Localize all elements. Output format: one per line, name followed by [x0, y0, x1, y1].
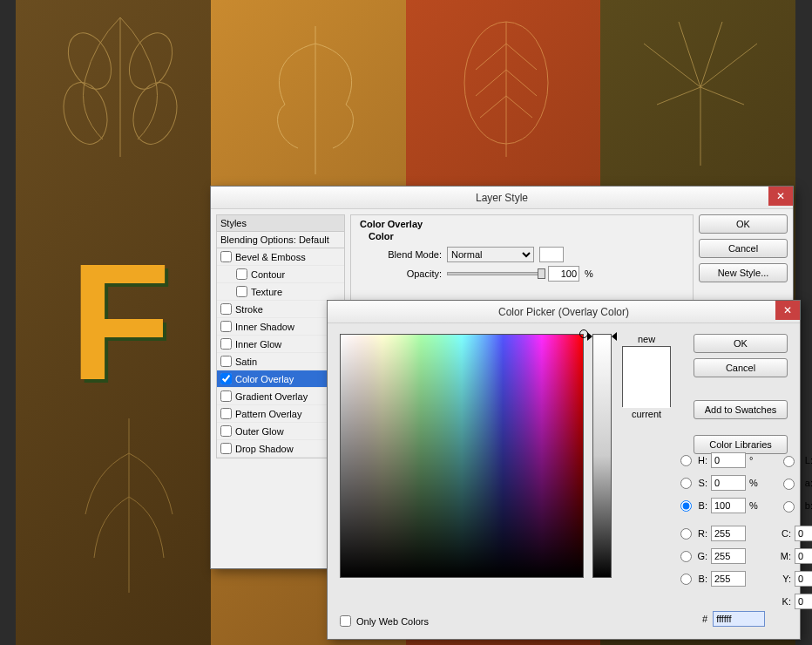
style-checkbox[interactable]	[220, 356, 232, 367]
add-to-swatches-button[interactable]: Add to Swatches	[694, 400, 788, 419]
h-radio[interactable]	[680, 455, 692, 466]
opacity-slider[interactable]	[447, 272, 543, 275]
blend-mode-label: Blend Mode:	[381, 249, 442, 260]
close-icon[interactable]: ✕	[768, 187, 793, 206]
style-checkbox[interactable]	[220, 425, 232, 437]
style-checkbox[interactable]	[220, 408, 232, 419]
style-item-outer-glow[interactable]: Outer Glow	[217, 423, 344, 440]
r-input[interactable]	[711, 526, 746, 541]
y-input[interactable]	[795, 571, 812, 587]
lab-b-label: b:	[801, 500, 812, 511]
overlay-color-swatch[interactable]	[539, 247, 564, 262]
style-item-label: Inner Shadow	[235, 322, 294, 332]
new-color-swatch[interactable]	[623, 347, 670, 377]
color-picker-titlebar[interactable]: Color Picker (Overlay Color) ✕	[328, 301, 800, 323]
new-style-button[interactable]: New Style...	[699, 263, 788, 282]
g-label: G:	[695, 551, 707, 561]
c-input[interactable]	[795, 526, 812, 541]
style-item-label: Stroke	[235, 304, 263, 315]
style-checkbox[interactable]	[220, 251, 232, 262]
slider-arrow-icon	[587, 332, 592, 341]
style-item-gradient-overlay[interactable]: Gradient Overlay	[217, 388, 344, 405]
style-item-label: Gradient Overlay	[235, 391, 308, 402]
dialog-title: Color Picker (Overlay Color)	[498, 306, 629, 318]
r-label: R:	[695, 528, 707, 539]
layer-style-titlebar[interactable]: Layer Style ✕	[211, 187, 793, 209]
opacity-input[interactable]	[548, 266, 579, 282]
style-checkbox[interactable]	[236, 286, 247, 297]
m-label: M:	[779, 551, 791, 561]
r-radio[interactable]	[680, 528, 692, 540]
blend-mode-select[interactable]: Normal	[447, 247, 534, 262]
m-input[interactable]	[795, 548, 812, 564]
lab-b-radio[interactable]	[783, 501, 795, 513]
leaf-illustration	[441, 9, 572, 174]
leaf-illustration	[42, 9, 199, 174]
g-input[interactable]	[711, 548, 746, 564]
style-item-color-overlay[interactable]: Color Overlay	[217, 370, 344, 388]
b-label: B:	[695, 500, 707, 511]
g-radio[interactable]	[680, 551, 692, 562]
style-item-label: Pattern Overlay	[235, 409, 301, 419]
artwork-letter-f: F	[70, 227, 171, 417]
leaf-illustration	[237, 17, 394, 183]
b2-radio[interactable]	[680, 574, 692, 585]
s-input[interactable]	[711, 475, 746, 491]
style-item-satin[interactable]: Satin	[217, 353, 344, 370]
style-checkbox[interactable]	[220, 321, 232, 332]
color-field[interactable]	[340, 334, 584, 578]
style-item-stroke[interactable]: Stroke	[217, 301, 344, 318]
hex-label: #	[702, 614, 707, 624]
opacity-unit: %	[585, 268, 593, 279]
h-input[interactable]	[711, 452, 746, 468]
style-item-texture[interactable]: Texture	[217, 283, 344, 301]
cancel-button[interactable]: Cancel	[699, 239, 788, 258]
style-item-label: Inner Glow	[235, 339, 281, 350]
ok-button[interactable]: OK	[694, 334, 788, 353]
b2-input[interactable]	[711, 571, 746, 587]
style-checkbox[interactable]	[220, 443, 232, 454]
current-label: current	[622, 409, 671, 419]
slider-arrow-icon	[612, 332, 617, 341]
panel-subtitle: Color	[369, 231, 684, 241]
styles-header[interactable]: Styles	[217, 215, 344, 232]
hex-input[interactable]	[713, 611, 765, 627]
dialog-title: Layer Style	[476, 192, 528, 204]
style-item-label: Color Overlay	[235, 374, 294, 384]
close-icon[interactable]: ✕	[775, 301, 800, 320]
k-input[interactable]	[795, 594, 812, 609]
b-radio[interactable]	[680, 500, 692, 512]
style-checkbox[interactable]	[220, 338, 232, 350]
a-radio[interactable]	[783, 479, 795, 490]
s-radio[interactable]	[680, 478, 692, 489]
svg-point-3	[127, 78, 184, 149]
only-web-colors-checkbox[interactable]	[340, 615, 351, 627]
styles-list: Styles Blending Options: Default Bevel &…	[216, 214, 345, 458]
opacity-label: Opacity:	[381, 268, 442, 279]
cancel-button[interactable]: Cancel	[694, 358, 788, 377]
color-picker-buttons: OK Cancel Add to Swatches Color Librarie…	[694, 334, 788, 454]
style-checkbox[interactable]	[236, 268, 247, 280]
b-input[interactable]	[711, 498, 746, 513]
style-item-pattern-overlay[interactable]: Pattern Overlay	[217, 405, 344, 423]
l-radio[interactable]	[783, 456, 795, 467]
style-item-inner-glow[interactable]: Inner Glow	[217, 336, 344, 353]
style-item-contour[interactable]: Contour	[217, 266, 344, 283]
leaf-illustration	[618, 9, 783, 174]
style-checkbox[interactable]	[220, 390, 232, 402]
leaf-illustration	[51, 418, 207, 610]
style-item-label: Bevel & Emboss	[235, 252, 306, 262]
panel-title: Color Overlay	[360, 219, 684, 229]
style-item-inner-shadow[interactable]: Inner Shadow	[217, 318, 344, 336]
style-item-label: Drop Shadow	[235, 444, 294, 454]
current-color-swatch[interactable]	[623, 377, 670, 408]
color-picker-dialog: Color Picker (Overlay Color) ✕ new curre…	[327, 300, 801, 640]
style-checkbox[interactable]	[220, 303, 232, 315]
style-item-bevel-emboss[interactable]: Bevel & Emboss	[217, 248, 344, 266]
brightness-slider[interactable]	[592, 334, 612, 578]
style-item-drop-shadow[interactable]: Drop Shadow	[217, 440, 344, 458]
blending-options-row[interactable]: Blending Options: Default	[217, 232, 344, 248]
ok-button[interactable]: OK	[699, 214, 788, 234]
style-checkbox[interactable]	[220, 373, 232, 384]
color-preview: new current	[622, 334, 671, 578]
